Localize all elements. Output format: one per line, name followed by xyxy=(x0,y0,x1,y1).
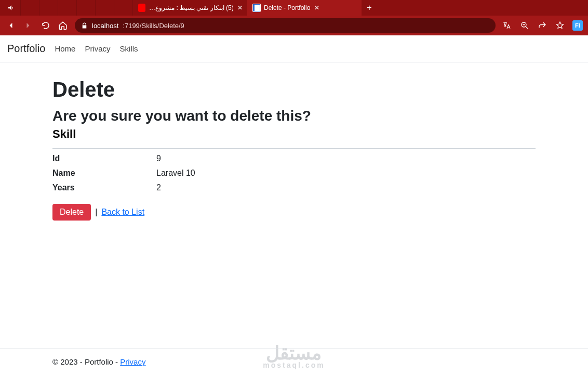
tab-favicon-5[interactable] xyxy=(96,0,114,16)
close-icon[interactable]: ✕ xyxy=(313,4,320,11)
field-years-value: 2 xyxy=(156,183,536,192)
audio-icon[interactable] xyxy=(2,0,21,16)
close-icon[interactable]: ✕ xyxy=(237,4,243,11)
address-bar: localhost:7199/Skills/Delete/9 FI xyxy=(0,16,588,35)
field-id-value: 9 xyxy=(156,154,536,163)
document-icon xyxy=(252,4,261,12)
detail-list: Id 9 Name Laravel 10 Years 2 xyxy=(52,154,536,192)
forward-button[interactable] xyxy=(23,20,34,31)
field-years-label: Years xyxy=(52,183,156,192)
tab-favicon-3[interactable] xyxy=(58,0,77,16)
tab-favicon-6[interactable] xyxy=(114,0,133,16)
tab-active[interactable]: Delete - Portfolio ✕ xyxy=(247,0,362,16)
nav-skills[interactable]: Skills xyxy=(120,44,138,53)
back-button[interactable] xyxy=(5,20,17,31)
tab-favicon-4[interactable] xyxy=(77,0,96,16)
tab-favicon-1[interactable] xyxy=(21,0,39,16)
tab-label: Delete - Portfolio xyxy=(264,4,310,11)
field-id-label: Id xyxy=(52,154,156,163)
site-navbar: Portfolio Home Privacy Skills xyxy=(0,35,588,62)
home-button[interactable] xyxy=(58,20,69,31)
tab-strip: (5) ابتكار تقني بسيط : مشروع لإضاف ✕ Del… xyxy=(0,0,588,16)
share-icon[interactable] xyxy=(537,20,547,31)
page-title: Delete xyxy=(52,78,536,101)
delete-button[interactable]: Delete xyxy=(52,204,91,221)
site-footer: © 2023 - Portfolio - Privacy xyxy=(0,348,588,375)
brand[interactable]: Portfolio xyxy=(7,43,45,55)
reload-button[interactable] xyxy=(40,20,51,31)
toolbar-right: FI xyxy=(502,20,583,31)
separator: | xyxy=(95,208,97,217)
browser-chrome: (5) ابتكار تقني بسيط : مشروع لإضاف ✕ Del… xyxy=(0,0,588,35)
url-path: :7199/Skills/Delete/9 xyxy=(123,22,184,30)
field-name-label: Name xyxy=(52,169,156,178)
nav-home[interactable]: Home xyxy=(55,44,75,53)
footer-privacy-link[interactable]: Privacy xyxy=(120,357,145,366)
divider xyxy=(52,148,536,149)
tab-arabic[interactable]: (5) ابتكار تقني بسيط : مشروع لإضاف ✕ xyxy=(133,0,247,16)
translate-icon[interactable] xyxy=(502,20,512,31)
tab-favicon-2[interactable] xyxy=(39,0,58,16)
youtube-icon xyxy=(138,4,145,12)
tab-label: (5) ابتكار تقني بسيط : مشروع لإضاف xyxy=(149,4,234,11)
field-name-value: Laravel 10 xyxy=(156,169,536,178)
extension-badge[interactable]: FI xyxy=(572,20,583,31)
back-to-list-link[interactable]: Back to List xyxy=(101,208,144,217)
main-container: Delete Are you sure you want to delete t… xyxy=(52,62,536,221)
lock-icon xyxy=(81,22,88,29)
nav-privacy[interactable]: Privacy xyxy=(85,44,110,53)
star-icon[interactable] xyxy=(555,20,565,31)
form-actions: Delete | Back to List xyxy=(52,204,536,221)
url-host: localhost xyxy=(92,22,118,30)
confirm-text: Are you sure you want to delete this? xyxy=(52,108,536,124)
entity-name: Skill xyxy=(52,127,536,141)
footer-text: © 2023 - Portfolio - xyxy=(52,357,120,366)
zoom-out-icon[interactable] xyxy=(519,20,530,31)
url-input[interactable]: localhost:7199/Skills/Delete/9 xyxy=(75,18,496,33)
new-tab-button[interactable]: + xyxy=(362,3,377,12)
